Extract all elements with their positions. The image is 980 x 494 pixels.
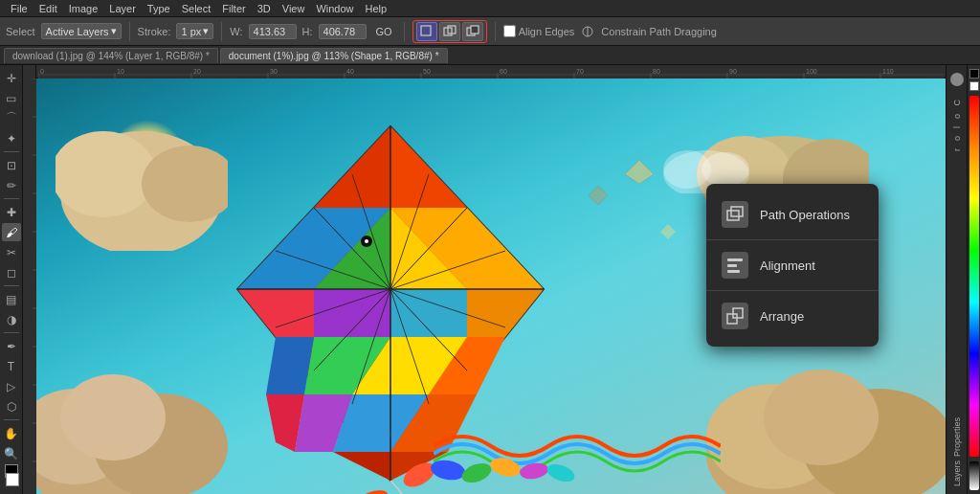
tool-divider-2 bbox=[4, 198, 19, 199]
right-panel-bottom: Properties Layers bbox=[952, 417, 962, 490]
right-panel-text5: r bbox=[952, 148, 962, 151]
svg-rect-117 bbox=[733, 308, 743, 318]
popup-item-alignment[interactable]: Alignment bbox=[706, 242, 879, 288]
svg-point-59 bbox=[764, 370, 879, 465]
tool-eyedropper[interactable]: ✏ bbox=[2, 176, 21, 194]
tab-document[interactable]: document (1%).jpg @ 113% (Shape 1, RGB/8… bbox=[220, 48, 448, 63]
right-panel-text: C bbox=[952, 100, 962, 106]
w-label: W: bbox=[230, 26, 242, 37]
alignment-label: Alignment bbox=[760, 258, 815, 273]
petals bbox=[400, 417, 591, 494]
svg-point-107 bbox=[459, 460, 494, 486]
svg-text:100: 100 bbox=[806, 68, 817, 75]
path-op-subtract-button[interactable] bbox=[462, 22, 483, 41]
menu-select[interactable]: Select bbox=[177, 2, 216, 15]
tool-pen[interactable]: ✒ bbox=[2, 337, 21, 355]
tool-magic-wand[interactable]: ✦ bbox=[2, 129, 21, 147]
separator-4 bbox=[495, 22, 496, 41]
menu-edit[interactable]: Edit bbox=[34, 2, 62, 15]
popup-item-path-operations[interactable]: Path Operations bbox=[706, 191, 879, 237]
h-input[interactable] bbox=[319, 24, 367, 39]
svg-text:20: 20 bbox=[193, 68, 201, 75]
tab-download[interactable]: download (1).jpg @ 144% (Layer 1, RGB/8#… bbox=[4, 48, 218, 63]
active-layers-dropdown[interactable]: Active Layers ▾ bbox=[41, 23, 122, 39]
popup-menu: Path Operations Alignment bbox=[706, 184, 879, 347]
svg-marker-70 bbox=[467, 289, 544, 337]
tool-brush[interactable]: 🖌 bbox=[2, 223, 21, 241]
fg-swatch[interactable] bbox=[969, 69, 979, 79]
alignment-icon bbox=[722, 252, 748, 279]
menu-bar: File Edit Image Layer Type Select Filter… bbox=[0, 0, 980, 17]
menu-3d[interactable]: 3D bbox=[253, 2, 276, 15]
w-input[interactable] bbox=[249, 24, 297, 39]
svg-rect-114 bbox=[727, 264, 737, 267]
ruler-left bbox=[23, 65, 36, 494]
separator-1 bbox=[129, 22, 130, 41]
path-op-combine-button[interactable] bbox=[439, 22, 460, 41]
svg-point-108 bbox=[488, 455, 523, 480]
menu-image[interactable]: Image bbox=[64, 2, 103, 15]
tool-divider-5 bbox=[4, 419, 19, 420]
tool-lasso[interactable]: ⌒ bbox=[2, 109, 21, 127]
path-operations-group bbox=[412, 20, 487, 43]
constrain-path-label: Constrain Path Dragging bbox=[601, 26, 716, 37]
go-button[interactable]: GO bbox=[372, 25, 396, 38]
properties-label[interactable]: Properties bbox=[952, 417, 962, 457]
popup-item-arrange[interactable]: Arrange bbox=[706, 293, 879, 339]
menu-type[interactable]: Type bbox=[143, 2, 175, 15]
svg-point-51 bbox=[56, 131, 156, 217]
svg-rect-0 bbox=[421, 26, 431, 35]
select-label: Select bbox=[6, 26, 35, 37]
background-color[interactable] bbox=[6, 473, 19, 486]
tool-path-select[interactable]: ▷ bbox=[2, 377, 21, 395]
svg-rect-115 bbox=[727, 270, 740, 273]
separator-2 bbox=[221, 22, 222, 41]
gray-bar[interactable] bbox=[969, 461, 979, 490]
menu-window[interactable]: Window bbox=[311, 2, 358, 15]
scatter-2 bbox=[587, 184, 611, 212]
menu-file[interactable]: File bbox=[6, 2, 33, 15]
tab-bar: download (1).jpg @ 144% (Layer 1, RGB/8#… bbox=[0, 46, 980, 65]
tool-clone[interactable]: ✂ bbox=[2, 243, 21, 261]
menu-filter[interactable]: Filter bbox=[217, 2, 250, 15]
scatter-3 bbox=[658, 222, 678, 245]
tool-type[interactable]: T bbox=[2, 357, 21, 375]
layers-label[interactable]: Layers bbox=[952, 460, 962, 486]
align-edges-checkbox[interactable] bbox=[503, 25, 516, 37]
right-panel-text2: o bbox=[952, 114, 962, 119]
popup-divider-1 bbox=[706, 239, 879, 240]
menu-help[interactable]: Help bbox=[361, 2, 392, 15]
tool-shape[interactable]: ⬡ bbox=[2, 397, 21, 415]
tool-dodge[interactable]: ◑ bbox=[2, 310, 21, 328]
stroke-dropdown[interactable]: 1 px ▾ bbox=[176, 23, 213, 39]
tool-hand[interactable]: ✋ bbox=[2, 424, 21, 442]
color-icon[interactable] bbox=[950, 73, 964, 86]
tool-move[interactable]: ✛ bbox=[2, 69, 21, 87]
right-panel-text3: l bbox=[952, 126, 962, 128]
svg-point-94 bbox=[352, 486, 390, 494]
tool-crop[interactable]: ⊡ bbox=[2, 156, 21, 174]
right-panel: C o l o r Properties Layers bbox=[946, 65, 967, 494]
tool-zoom[interactable]: 🔍 bbox=[2, 444, 21, 462]
svg-marker-73 bbox=[237, 289, 314, 337]
toolbox: ✛ ▭ ⌒ ✦ ⊡ ✏ ✚ 🖌 ✂ ◻ ▤ ◑ ✒ T ▷ ⬡ ✋ 🔍 bbox=[0, 65, 23, 494]
canvas-area[interactable]: 0 10 20 30 40 50 60 70 80 90 1 bbox=[23, 65, 946, 494]
svg-text:60: 60 bbox=[500, 68, 507, 75]
tool-eraser[interactable]: ◻ bbox=[2, 263, 21, 281]
tool-gradient[interactable]: ▤ bbox=[2, 290, 21, 308]
menu-view[interactable]: View bbox=[278, 2, 310, 15]
tool-select-rect[interactable]: ▭ bbox=[2, 89, 21, 107]
menu-layer[interactable]: Layer bbox=[104, 2, 141, 15]
align-edges-icon[interactable] bbox=[580, 24, 595, 39]
tool-divider-1 bbox=[4, 151, 19, 152]
svg-point-49 bbox=[60, 374, 166, 460]
svg-rect-7 bbox=[23, 79, 36, 494]
right-panel-text4: o bbox=[952, 136, 962, 141]
svg-marker-64 bbox=[390, 126, 467, 208]
color-gradient-bar[interactable] bbox=[969, 96, 979, 457]
bg-swatch[interactable] bbox=[969, 81, 979, 91]
path-op-new-button[interactable] bbox=[416, 22, 437, 41]
ruler-top: 0 10 20 30 40 50 60 70 80 90 1 bbox=[36, 65, 946, 79]
tool-heal[interactable]: ✚ bbox=[2, 203, 21, 221]
path-ops-icon bbox=[722, 201, 748, 228]
